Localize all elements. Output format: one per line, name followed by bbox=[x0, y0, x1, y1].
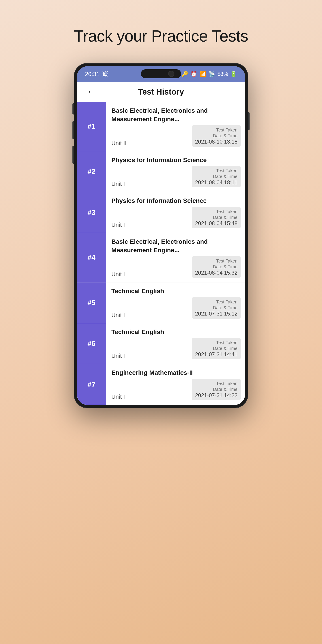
item-number-badge: #1 bbox=[77, 102, 106, 151]
power-button bbox=[248, 112, 250, 130]
item-bottom: Unit I Test TakenDate & Time 2021-07-31 … bbox=[111, 379, 240, 400]
item-content: Engineering Mathematics-II Unit I Test T… bbox=[106, 364, 245, 405]
date-label: Test TakenDate & Time bbox=[195, 258, 238, 270]
date-value: 2021-08-04 15:32 bbox=[195, 270, 238, 276]
back-button[interactable]: ← bbox=[85, 85, 97, 98]
test-history-list: #1 Basic Electrical, Electronics and Mea… bbox=[77, 102, 245, 405]
item-bottom: Unit I Test TakenDate & Time 2021-08-04 … bbox=[111, 166, 240, 188]
list-item[interactable]: #3 Physics for Information Science Unit … bbox=[77, 192, 245, 233]
date-badge: Test TakenDate & Time 2021-08-10 13:18 bbox=[192, 125, 241, 147]
date-badge: Test TakenDate & Time 2021-07-31 15:12 bbox=[192, 297, 241, 319]
item-unit: Unit I bbox=[111, 271, 125, 278]
list-item[interactable]: #4 Basic Electrical, Electronics and Mea… bbox=[77, 233, 245, 282]
item-unit: Unit I bbox=[111, 180, 125, 188]
phone-screen: 20:31 🖼 🔑 ⏰ 📶 📡 58% 🔋 ← Test History #1 … bbox=[77, 66, 245, 405]
item-bottom: Unit I Test TakenDate & Time 2021-08-04 … bbox=[111, 207, 240, 228]
wifi-icon: 📶 bbox=[200, 71, 206, 77]
item-subject: Physics for Information Science bbox=[111, 156, 240, 164]
date-badge: Test TakenDate & Time 2021-07-31 14:22 bbox=[192, 379, 241, 400]
date-value: 2021-08-10 13:18 bbox=[195, 139, 238, 145]
volume-up-button bbox=[72, 103, 74, 114]
item-subject: Engineering Mathematics-II bbox=[111, 368, 240, 377]
battery-display: 58% bbox=[217, 71, 228, 77]
camera bbox=[168, 71, 174, 77]
key-icon: 🔑 bbox=[182, 71, 188, 77]
item-unit: Unit I bbox=[111, 312, 125, 319]
item-bottom: Unit I Test TakenDate & Time 2021-07-31 … bbox=[111, 338, 240, 359]
time-display: 20:31 bbox=[85, 71, 100, 78]
item-content: Basic Electrical, Electronics and Measur… bbox=[106, 102, 245, 151]
date-badge: Test TakenDate & Time 2021-08-04 15:32 bbox=[192, 256, 241, 278]
date-label: Test TakenDate & Time bbox=[195, 168, 238, 179]
status-right: 🔑 ⏰ 📶 📡 58% 🔋 bbox=[182, 71, 237, 77]
item-subject: Technical English bbox=[111, 287, 240, 296]
volume-down-button bbox=[72, 121, 74, 139]
item-number-badge: #2 bbox=[77, 152, 106, 192]
date-badge: Test TakenDate & Time 2021-08-04 18:11 bbox=[192, 166, 241, 188]
item-number-badge: #7 bbox=[77, 364, 106, 405]
item-subject: Basic Electrical, Electronics and Measur… bbox=[111, 106, 240, 124]
item-content: Basic Electrical, Electronics and Measur… bbox=[106, 233, 245, 282]
date-value: 2021-08-04 15:48 bbox=[195, 220, 238, 226]
item-content: Physics for Information Science Unit I T… bbox=[106, 192, 245, 233]
date-value: 2021-08-04 18:11 bbox=[195, 179, 238, 186]
image-icon: 🖼 bbox=[102, 71, 108, 78]
extra-button bbox=[72, 146, 74, 164]
item-unit: Unit II bbox=[111, 140, 126, 147]
list-item[interactable]: #7 Engineering Mathematics-II Unit I Tes… bbox=[77, 364, 245, 405]
date-value: 2021-07-31 14:41 bbox=[195, 351, 238, 358]
item-unit: Unit I bbox=[111, 352, 125, 359]
page-title: Track your Practice Tests bbox=[74, 27, 248, 45]
date-value: 2021-07-31 15:12 bbox=[195, 310, 238, 317]
item-unit: Unit I bbox=[111, 222, 125, 228]
date-badge: Test TakenDate & Time 2021-08-04 15:48 bbox=[192, 207, 241, 228]
battery-icon: 🔋 bbox=[230, 71, 237, 77]
item-bottom: Unit I Test TakenDate & Time 2021-08-04 … bbox=[111, 256, 240, 278]
item-content: Technical English Unit I Test TakenDate … bbox=[106, 323, 245, 364]
phone-frame: 20:31 🖼 🔑 ⏰ 📶 📡 58% 🔋 ← Test History #1 … bbox=[74, 63, 248, 408]
date-value: 2021-07-31 14:22 bbox=[195, 392, 238, 398]
item-unit: Unit I bbox=[111, 393, 125, 400]
date-label: Test TakenDate & Time bbox=[195, 380, 238, 392]
item-bottom: Unit II Test TakenDate & Time 2021-08-10… bbox=[111, 125, 240, 147]
list-item[interactable]: #2 Physics for Information Science Unit … bbox=[77, 152, 245, 192]
item-subject: Basic Electrical, Electronics and Measur… bbox=[111, 238, 240, 254]
signal-icon: 📡 bbox=[208, 71, 215, 77]
list-item[interactable]: #1 Basic Electrical, Electronics and Mea… bbox=[77, 102, 245, 152]
list-item[interactable]: #5 Technical English Unit I Test TakenDa… bbox=[77, 282, 245, 323]
item-bottom: Unit I Test TakenDate & Time 2021-07-31 … bbox=[111, 297, 240, 319]
item-number-badge: #4 bbox=[77, 233, 106, 282]
alarm-icon: ⏰ bbox=[190, 71, 197, 77]
item-subject: Physics for Information Science bbox=[111, 196, 240, 205]
list-item[interactable]: #6 Technical English Unit I Test TakenDa… bbox=[77, 323, 245, 364]
screen-title: Test History bbox=[138, 87, 184, 96]
item-number-badge: #6 bbox=[77, 323, 106, 364]
item-number-badge: #5 bbox=[77, 282, 106, 323]
item-subject: Technical English bbox=[111, 328, 240, 336]
notch bbox=[141, 69, 181, 78]
date-badge: Test TakenDate & Time 2021-07-31 14:41 bbox=[192, 338, 241, 359]
item-content: Physics for Information Science Unit I T… bbox=[106, 152, 245, 192]
date-label: Test TakenDate & Time bbox=[195, 299, 238, 310]
item-number-badge: #3 bbox=[77, 192, 106, 233]
date-label: Test TakenDate & Time bbox=[195, 209, 238, 220]
date-label: Test TakenDate & Time bbox=[195, 340, 238, 351]
item-content: Technical English Unit I Test TakenDate … bbox=[106, 282, 245, 323]
status-left: 20:31 🖼 bbox=[85, 71, 108, 78]
app-header: ← Test History bbox=[77, 82, 245, 102]
date-label: Test TakenDate & Time bbox=[195, 127, 238, 139]
